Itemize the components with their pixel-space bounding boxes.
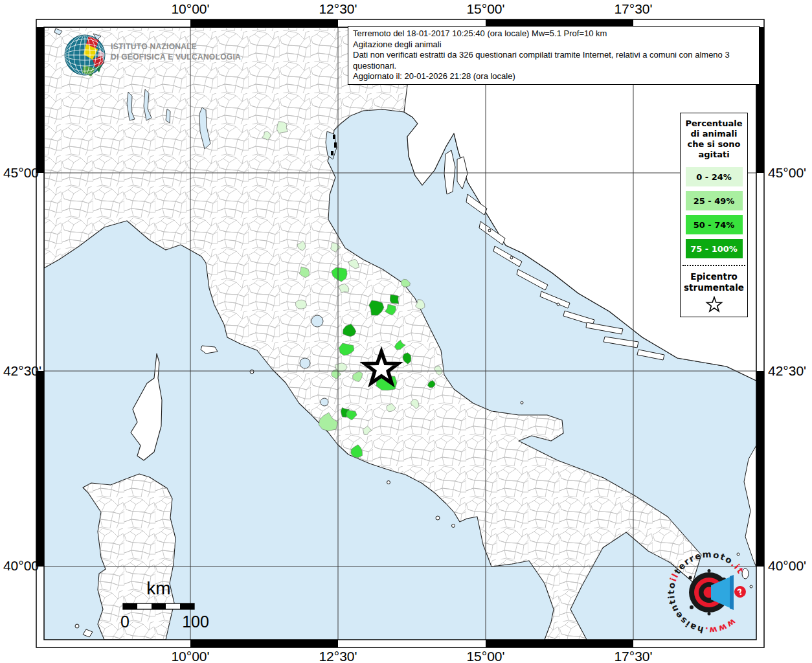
legend: Percentuale di animali che si sono agita… <box>680 113 748 317</box>
axis-label-top-15: 15°00' <box>447 1 524 17</box>
legend-divider <box>682 265 745 266</box>
axis-label-bottom-17: 17°30' <box>594 649 672 663</box>
title-line-subject: Agitazione degli animali <box>353 39 754 51</box>
haisentitoilterremoto-logo: ? www.haisentitoilterremoto.it <box>667 550 812 641</box>
legend-title: Percentuale di animali che si sono agita… <box>681 117 747 163</box>
axis-label-right-45: 45°00' <box>768 165 812 181</box>
title-line-datasource: Dati non verificati estratti da 326 ques… <box>353 50 754 71</box>
title-box: Terremoto del 18-01-2017 10:25:40 (ora l… <box>348 26 760 85</box>
legend-swatch-0-24: 0 - 24% <box>686 167 743 186</box>
ingv-name-line1: ISTITUTO NAZIONALE <box>111 42 197 51</box>
scale-unit-label: km <box>133 578 185 599</box>
axis-label-left-40: 40°00' <box>0 558 41 574</box>
scale-bar <box>123 603 194 609</box>
legend-epicenter-label: Epicentro strumentale <box>681 270 747 295</box>
scale-end-label: 100 <box>176 612 215 631</box>
legend-star-icon <box>705 296 724 313</box>
axis-label-top-12: 12°30' <box>299 1 377 17</box>
title-line-updated: Aggiornato il: 20-01-2026 21:28 (ora loc… <box>353 71 754 82</box>
question-badge: ? <box>732 584 747 599</box>
ingv-name-line2: DI GEOFISICA E VULCANOLOGIA <box>111 52 241 62</box>
ingv-logo: ISTITUTO NAZIONALE DI GEOFISICA E VULCAN… <box>62 27 282 89</box>
legend-swatch-50-74: 50 - 74% <box>686 215 743 234</box>
municipality-blob <box>295 300 306 309</box>
macroseismic-map-page: { "colors": { "sea": "#d5eaf7", "land": … <box>0 0 812 663</box>
legend-swatch-75-100: 75 - 100% <box>686 239 743 258</box>
scale-start-label: 0 <box>115 612 135 631</box>
axis-label-left-42: 42°30' <box>0 363 41 379</box>
title-line-event: Terremoto del 18-01-2017 10:25:40 (ora l… <box>353 28 754 39</box>
axis-label-left-45: 45°00' <box>0 165 41 181</box>
axis-label-bottom-15: 15°00' <box>447 649 524 663</box>
axis-label-top-17: 17°30' <box>594 1 672 17</box>
axis-label-right-42: 42°30' <box>768 363 812 379</box>
municipality-blob <box>390 295 398 304</box>
ingv-globe-icon <box>65 35 105 76</box>
axis-label-bottom-10: 10°00' <box>152 649 229 663</box>
axis-label-bottom-12: 12°30' <box>299 649 377 663</box>
axis-label-top-10: 10°00' <box>152 1 229 17</box>
legend-swatch-25-49: 25 - 49% <box>686 191 743 210</box>
